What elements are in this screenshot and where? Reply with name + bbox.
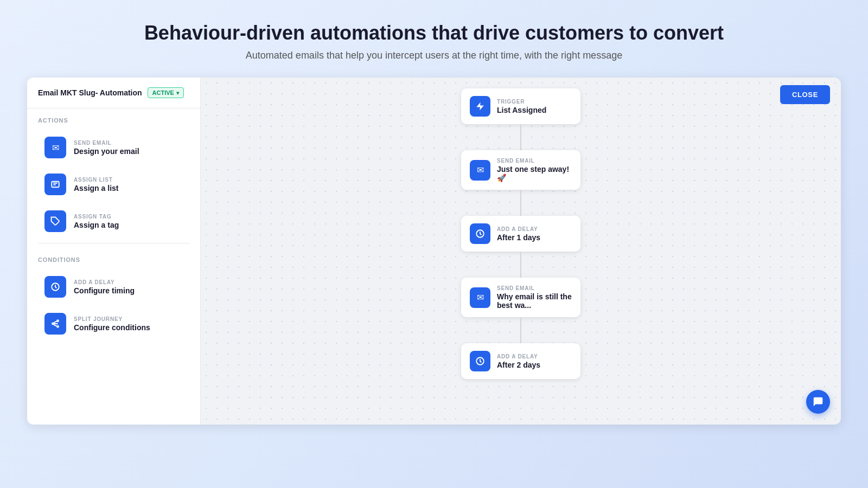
close-button[interactable]: CLOSE (780, 85, 830, 104)
connector-1 (520, 124, 521, 150)
page-subtitle: Automated emails that help you intercept… (11, 50, 857, 61)
delay-node-1[interactable]: ADD A DELAY After 1 days (461, 216, 580, 252)
send-email-node-2[interactable]: ✉ SEND EMAIL Why email is still the best… (461, 278, 580, 317)
page-title: Behaviour-driven automations that drive … (11, 22, 857, 44)
trigger-node[interactable]: TRIGGER List Assigned (461, 88, 580, 124)
send-email-label: SEND EMAIL (74, 140, 139, 146)
split-journey-label: SPLIT JOURNEY (74, 316, 150, 322)
send-email-node-1-label: SEND EMAIL (497, 158, 572, 164)
send-email-node-2-title: Why email is still the best wa... (497, 292, 572, 310)
trigger-node-icon (470, 96, 490, 117)
sidebar-item-split-journey[interactable]: SPLIT JOURNEY Configure conditions (34, 306, 194, 341)
add-delay-label: ADD A DELAY (74, 279, 135, 285)
send-email-node-2-icon: ✉ (470, 287, 490, 308)
send-email-icon: ✉ (44, 137, 66, 158)
add-delay-icon (44, 276, 66, 298)
actions-section-label: ACTIONS (27, 108, 200, 128)
chat-bubble[interactable] (806, 390, 830, 414)
send-email-node-1-icon: ✉ (470, 160, 490, 181)
assign-tag-label: ASSIGN TAG (74, 214, 119, 220)
send-email-node-1[interactable]: ✉ SEND EMAIL Just one step away! 🚀 (461, 150, 580, 190)
divider (38, 243, 189, 243)
assign-tag-icon (44, 210, 66, 232)
assign-list-name: Assign a list (74, 184, 118, 192)
send-email-name: Design your email (74, 147, 139, 156)
split-journey-name: Configure conditions (74, 323, 150, 332)
main-container: Email MKT Slug- Automation ACTIVE ACTION… (27, 78, 841, 425)
automation-title: Email MKT Slug- Automation (38, 88, 142, 97)
delay-node-2[interactable]: ADD A DELAY After 2 days (461, 343, 580, 379)
delay-node-1-icon (470, 223, 490, 244)
delay-node-1-label: ADD A DELAY (497, 226, 540, 232)
active-badge[interactable]: ACTIVE (148, 87, 184, 98)
send-email-node-2-label: SEND EMAIL (497, 285, 572, 291)
page-header: Behaviour-driven automations that drive … (0, 0, 868, 78)
automation-header: Email MKT Slug- Automation ACTIVE (27, 78, 200, 108)
sidebar-item-send-email[interactable]: ✉ SEND EMAIL Design your email (34, 130, 194, 165)
flow-canvas: CLOSE TRIGGER List Assigned ✉ (201, 78, 841, 425)
connector-4 (520, 317, 521, 343)
connector-3 (520, 252, 521, 278)
connector-2 (520, 190, 521, 216)
trigger-label: TRIGGER (497, 99, 546, 105)
trigger-title: List Assigned (497, 106, 546, 114)
delay-node-2-icon (470, 351, 490, 371)
sidebar: Email MKT Slug- Automation ACTIVE ACTION… (27, 78, 201, 425)
sidebar-item-add-delay[interactable]: ADD A DELAY Configure timing (34, 269, 194, 304)
split-journey-icon (44, 313, 66, 335)
sidebar-item-assign-tag[interactable]: ASSIGN TAG Assign a tag (34, 204, 194, 239)
assign-list-icon (44, 174, 66, 195)
delay-node-2-label: ADD A DELAY (497, 354, 540, 359)
add-delay-name: Configure timing (74, 286, 135, 295)
assign-list-label: ASSIGN LIST (74, 177, 118, 183)
assign-tag-name: Assign a tag (74, 221, 119, 229)
flow-container: TRIGGER List Assigned ✉ SEND EMAIL Just … (461, 88, 580, 379)
send-email-node-1-title: Just one step away! 🚀 (497, 165, 572, 182)
conditions-section-label: CONDITIONS (27, 248, 200, 267)
svg-marker-8 (476, 102, 484, 111)
delay-node-1-title: After 1 days (497, 233, 540, 242)
sidebar-item-assign-list[interactable]: ASSIGN LIST Assign a list (34, 167, 194, 202)
delay-node-2-title: After 2 days (497, 361, 540, 369)
